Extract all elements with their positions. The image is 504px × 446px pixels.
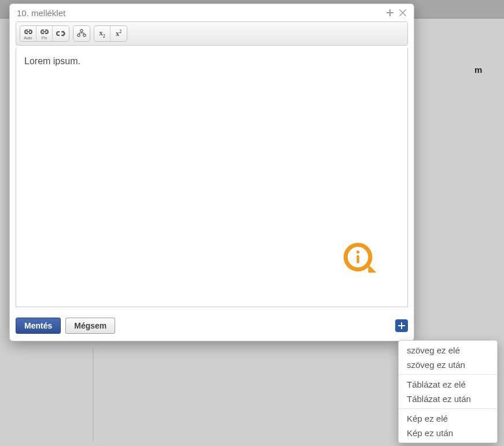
hierarchy-icon — [77, 29, 86, 38]
header-add-button[interactable] — [385, 8, 395, 18]
menu-item-text-after[interactable]: szöveg ez után — [399, 357, 497, 372]
plus-icon — [398, 322, 405, 329]
modal-footer: Mentés Mégsem — [10, 313, 414, 341]
link-icon — [41, 28, 49, 35]
attention-callout — [343, 242, 378, 278]
subscript-icon: x2 — [99, 29, 105, 39]
menu-item-image-before[interactable]: Kép ez elé — [399, 411, 497, 426]
plus-icon — [387, 9, 393, 16]
link-auto-label: Autó — [24, 36, 32, 40]
svg-point-1 — [78, 34, 80, 36]
editor-content: Lorem ipsum. — [24, 56, 80, 66]
unlink-icon — [56, 30, 65, 38]
superscript-button[interactable]: x2 — [111, 26, 127, 41]
editor-modal: 10. melléklet Autó Fix — [9, 3, 414, 341]
modal-title: 10. melléklet — [17, 8, 382, 18]
superscript-icon: x2 — [116, 30, 122, 37]
insert-menu-button[interactable] — [395, 319, 408, 332]
editor-toolbar: Autó Fix x2 — [16, 21, 408, 46]
svg-point-3 — [345, 245, 370, 270]
menu-item-image-after[interactable]: Kép ez után — [399, 426, 497, 440]
toolbar-group-script: x2 x2 — [94, 25, 127, 42]
subscript-button[interactable]: x2 — [94, 26, 111, 41]
background-divider — [93, 348, 94, 441]
save-button[interactable]: Mentés — [16, 318, 61, 334]
toolbar-group-links: Autó Fix — [20, 25, 69, 42]
modal-header: 10. melléklet — [10, 4, 414, 21]
cancel-button[interactable]: Mégsem — [65, 318, 115, 334]
menu-separator — [399, 408, 497, 409]
svg-point-4 — [356, 250, 359, 253]
menu-separator — [399, 374, 497, 375]
editor-textarea[interactable]: Lorem ipsum. — [16, 48, 408, 307]
toolbar-group-tree — [73, 25, 90, 42]
link-remove-button[interactable] — [53, 26, 69, 41]
menu-item-text-before[interactable]: szöveg ez elé — [399, 343, 497, 357]
link-fix-button[interactable]: Fix — [36, 26, 53, 41]
insert-menu: szöveg ez elé szöveg ez után Táblázat ez… — [398, 340, 498, 443]
header-close-button[interactable] — [398, 8, 408, 18]
link-fix-label: Fix — [42, 36, 47, 40]
svg-point-0 — [80, 30, 83, 32]
link-auto-button[interactable]: Autó — [20, 26, 36, 41]
menu-item-table-before[interactable]: Táblázat ez elé — [399, 377, 497, 392]
link-icon — [24, 28, 32, 35]
structure-button[interactable] — [73, 26, 90, 41]
close-icon — [399, 9, 406, 16]
svg-point-2 — [83, 34, 86, 36]
svg-rect-5 — [356, 255, 359, 263]
menu-item-table-after[interactable]: Táblázat ez után — [399, 392, 497, 406]
background-heading-fragment: m — [474, 65, 482, 75]
